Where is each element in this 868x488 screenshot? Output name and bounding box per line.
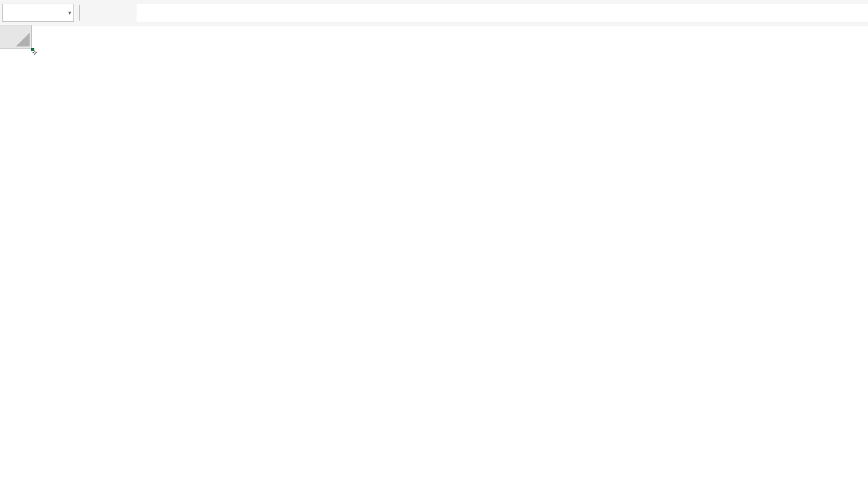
formula-input[interactable] <box>136 4 868 22</box>
separator <box>79 5 80 21</box>
active-cell-highlight <box>32 49 34 51</box>
formula-bar: ▾ <box>0 0 868 25</box>
spreadsheet: ✧ <box>0 25 868 49</box>
name-box[interactable]: ▾ <box>2 4 74 22</box>
cursor-icon: ✧ <box>32 49 38 57</box>
accept-button[interactable] <box>104 4 125 22</box>
chevron-down-icon[interactable]: ▾ <box>68 9 71 16</box>
cancel-button[interactable] <box>83 4 104 22</box>
select-all-button[interactable] <box>0 25 32 49</box>
